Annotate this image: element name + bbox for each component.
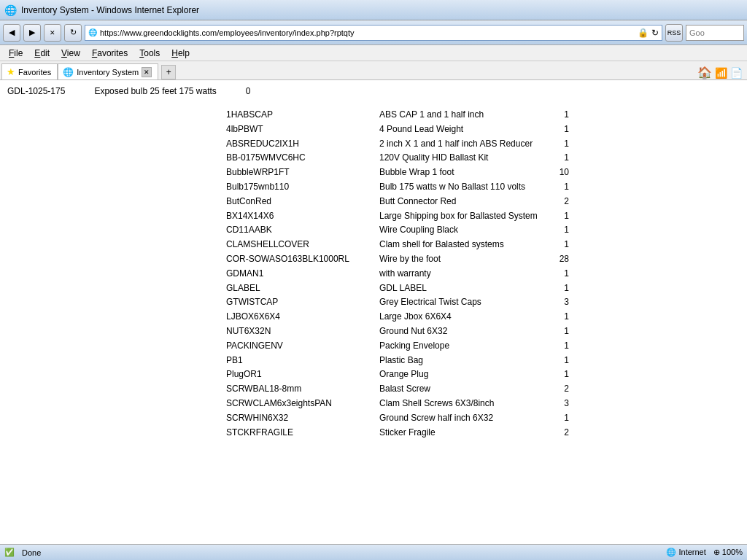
inv-description: Orange Plug bbox=[379, 368, 547, 382]
table-row: NUT6X32NGround Nut 6X321 bbox=[226, 324, 740, 339]
page-icon: 🌐 bbox=[88, 28, 97, 36]
inv-sku: SCRWHIN6X32 bbox=[226, 411, 379, 426]
tab-close-button[interactable]: ✕ bbox=[142, 67, 152, 77]
menu-favorites[interactable]: Favorites bbox=[86, 47, 133, 60]
inv-sku: CLAMSHELLCOVER bbox=[226, 238, 379, 252]
inv-sku: GTWISTCAP bbox=[226, 295, 379, 310]
inv-description: Bulb 175 watts w No Ballast 110 volts bbox=[379, 180, 547, 195]
table-row: BB-0175WMVC6HC120V Quality HID Ballast K… bbox=[226, 151, 740, 166]
inv-sku: BB-0175WMVC6HC bbox=[226, 151, 379, 166]
inv-qty: 2 bbox=[547, 426, 569, 440]
inv-description: Ground Screw half inch 6X32 bbox=[379, 411, 547, 426]
inv-description: Sticker Fragile bbox=[379, 426, 547, 440]
back-button[interactable]: ◀ bbox=[3, 24, 20, 42]
inv-qty: 3 bbox=[547, 397, 569, 411]
title-bar: 🌐 Inventory System - Windows Internet Ex… bbox=[0, 0, 747, 20]
inv-description: Balast Screw bbox=[379, 382, 547, 397]
tab-favorites-label: Favorites bbox=[18, 68, 51, 77]
refresh-inline-icon[interactable]: ↻ bbox=[651, 28, 659, 38]
inv-qty: 1 bbox=[547, 209, 569, 224]
inv-qty: 3 bbox=[547, 295, 569, 310]
inv-sku: Bulb175wnb110 bbox=[226, 180, 379, 195]
inv-sku: NUT6X32N bbox=[226, 324, 379, 339]
table-row: BubbleWRP1FTBubble Wrap 1 foot10 bbox=[226, 166, 740, 180]
table-row: GTWISTCAPGrey Electrical Twist Caps3 bbox=[226, 295, 740, 310]
tab-favorites[interactable]: ★ Favorites bbox=[1, 63, 58, 79]
table-row: SCRWCLAM6x3eightsPANClam Shell Screws 6X… bbox=[226, 397, 740, 411]
table-row: COR-SOWASO163BLK1000RLWire by the foot28 bbox=[226, 252, 740, 267]
menu-bar: File Edit View Favorites Tools Help bbox=[0, 45, 747, 61]
forward-button[interactable]: ▶ bbox=[23, 24, 41, 42]
inv-qty: 10 bbox=[547, 166, 569, 180]
inv-sku: ButConRed bbox=[226, 195, 379, 209]
table-row: STCKRFRAGILESticker Fragile2 bbox=[226, 426, 740, 440]
address-bar: 🌐 🔒 ↻ bbox=[85, 25, 662, 41]
tab-icon: 🌐 bbox=[63, 67, 74, 77]
home-btn-area: 🏠 📶 📄 bbox=[697, 66, 746, 79]
top-item-row: GDL-1025-175 Exposed bulb 25 feet 175 wa… bbox=[7, 86, 740, 96]
inv-description: Clam Shell Screws 6X3/8inch bbox=[379, 397, 547, 411]
table-row: GDMAN1with warranty1 bbox=[226, 267, 740, 281]
inv-sku: PB1 bbox=[226, 354, 379, 368]
inv-qty: 1 bbox=[547, 108, 569, 122]
inv-sku: PACKINGENV bbox=[226, 339, 379, 354]
table-row: CLAMSHELLCOVERClam shell for Balasted sy… bbox=[226, 238, 740, 252]
menu-file[interactable]: File bbox=[3, 47, 28, 60]
inv-sku: SCRWBAL18-8mm bbox=[226, 382, 379, 397]
inv-description: Ground Nut 6X32 bbox=[379, 324, 547, 339]
table-row: Bulb175wnb110Bulb 175 watts w No Ballast… bbox=[226, 180, 740, 195]
menu-tools[interactable]: Tools bbox=[133, 47, 166, 60]
new-tab-button[interactable]: + bbox=[161, 65, 176, 79]
home-icon[interactable]: 🏠 bbox=[697, 66, 712, 79]
search-input[interactable] bbox=[689, 28, 740, 37]
inv-sku: 4lbPBWT bbox=[226, 122, 379, 137]
table-row: PlugOR1Orange Plug1 bbox=[226, 368, 740, 382]
inv-qty: 1 bbox=[547, 238, 569, 252]
nav-bar: ◀ ▶ ✕ ↻ 🌐 🔒 ↻ RSS bbox=[0, 20, 747, 45]
rss-button[interactable]: RSS bbox=[665, 24, 683, 42]
menu-view[interactable]: View bbox=[55, 47, 86, 60]
inv-sku: STCKRFRAGILE bbox=[226, 426, 379, 440]
inv-description: Packing Envelope bbox=[379, 339, 547, 354]
star-icon: ★ bbox=[7, 66, 15, 77]
top-description: Exposed bulb 25 feet 175 watts bbox=[94, 86, 216, 96]
top-sku: GDL-1025-175 bbox=[7, 86, 65, 96]
inv-sku: ABSREDUC2IX1H bbox=[226, 137, 379, 152]
inv-qty: 1 bbox=[547, 180, 569, 195]
inv-qty: 1 bbox=[547, 310, 569, 324]
inv-qty: 1 bbox=[547, 339, 569, 354]
address-input[interactable] bbox=[100, 28, 635, 37]
inv-description: ABS CAP 1 and 1 half inch bbox=[379, 108, 547, 122]
inv-sku: 1HABSCAP bbox=[226, 108, 379, 122]
inv-qty: 2 bbox=[547, 195, 569, 209]
inv-description: Bubble Wrap 1 foot bbox=[379, 166, 547, 180]
menu-edit[interactable]: Edit bbox=[28, 47, 55, 60]
menu-help[interactable]: Help bbox=[166, 47, 196, 60]
browser-icon: 🌐 bbox=[4, 4, 17, 16]
table-row: SCRWHIN6X32Ground Screw half inch 6X321 bbox=[226, 411, 740, 426]
page-tools-icon[interactable]: 📄 bbox=[730, 67, 743, 79]
inv-description: Large Shipping box for Ballasted System bbox=[379, 209, 547, 224]
search-box bbox=[686, 25, 744, 41]
inv-sku: PlugOR1 bbox=[226, 368, 379, 382]
main-content: GDL-1025-175 Exposed bulb 25 feet 175 wa… bbox=[0, 80, 747, 544]
security-icon: 🔒 bbox=[638, 28, 649, 38]
refresh-button[interactable]: ↻ bbox=[64, 24, 82, 42]
inv-description: Grey Electrical Twist Caps bbox=[379, 295, 547, 310]
rss-feed-icon[interactable]: 📶 bbox=[715, 67, 727, 79]
tab-inventory[interactable]: 🌐 Inventory System ✕ bbox=[58, 63, 158, 79]
table-row: 1HABSCAPABS CAP 1 and 1 half inch1 bbox=[226, 108, 740, 122]
inv-description: Wire Coupling Black bbox=[379, 223, 547, 238]
inv-description: Wire by the foot bbox=[379, 252, 547, 267]
inv-qty: 1 bbox=[547, 122, 569, 137]
inv-qty: 1 bbox=[547, 267, 569, 281]
table-row: GLABELGDL LABEL1 bbox=[226, 281, 740, 296]
inv-sku: CD11AABK bbox=[226, 223, 379, 238]
inv-description: 2 inch X 1 and 1 half inch ABS Reducer bbox=[379, 137, 547, 152]
inv-qty: 1 bbox=[547, 368, 569, 382]
tab-inventory-label: Inventory System bbox=[77, 68, 139, 77]
inv-qty: 28 bbox=[547, 252, 569, 267]
inv-description: 120V Quality HID Ballast Kit bbox=[379, 151, 547, 166]
inv-description: Large Jbox 6X6X4 bbox=[379, 310, 547, 324]
stop-button[interactable]: ✕ bbox=[44, 24, 61, 42]
